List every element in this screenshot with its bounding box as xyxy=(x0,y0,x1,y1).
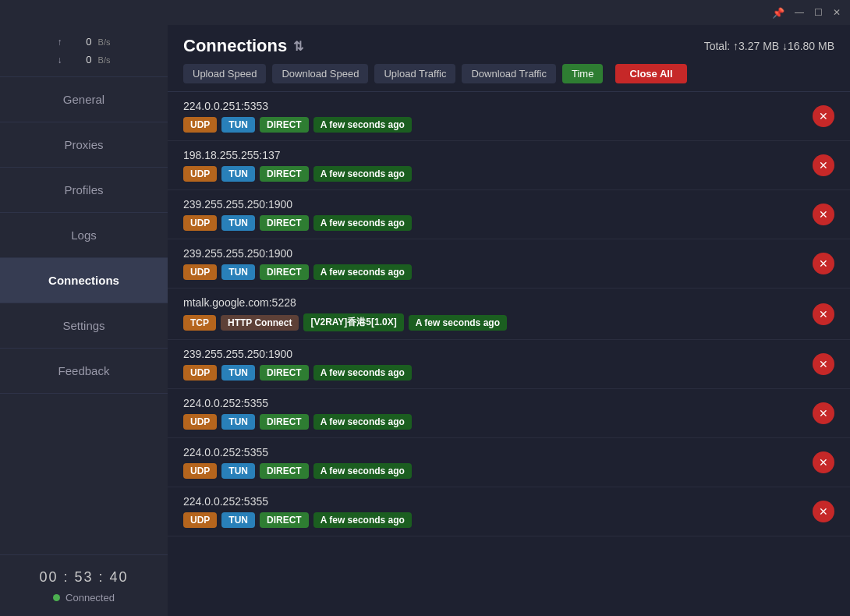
connection-info: 224.0.0.252:5355UDPTUNDIRECTA few second… xyxy=(183,397,803,430)
connection-close-button[interactable]: ✕ xyxy=(813,154,834,176)
tunnel-tag: TUN xyxy=(221,512,255,528)
download-value: 0 xyxy=(69,54,92,65)
time-tag: A few seconds ago xyxy=(313,117,412,133)
connection-status: Connected xyxy=(0,589,168,607)
download-unit: B/s xyxy=(98,55,111,65)
time-tag: A few seconds ago xyxy=(313,264,412,280)
connection-close-button[interactable]: ✕ xyxy=(813,105,834,127)
upload-value: 0 xyxy=(69,36,92,48)
connection-close-button[interactable]: ✕ xyxy=(813,303,834,325)
close-button[interactable]: ✕ xyxy=(830,5,844,19)
connection-host: 239.255.255.250:1900 xyxy=(183,247,803,260)
table-row: 224.0.0.251:5353UDPTUNDIRECTA few second… xyxy=(168,92,850,141)
upload-arrow: ↑ xyxy=(58,37,62,48)
sort-icon[interactable]: ⇅ xyxy=(293,39,303,54)
filter-upload-traffic[interactable]: Upload Traffic xyxy=(374,64,455,83)
table-row: 198.18.255.255:137UDPTUNDIRECTA few seco… xyxy=(168,141,850,190)
connection-tags: UDPTUNDIRECTA few seconds ago xyxy=(183,264,803,280)
connection-tags: UDPTUNDIRECTA few seconds ago xyxy=(183,463,803,479)
download-arrow: ↓ xyxy=(58,55,62,65)
time-tag: A few seconds ago xyxy=(313,414,412,430)
connection-info: 239.255.255.250:1900UDPTUNDIRECTA few se… xyxy=(183,198,803,231)
proxy-tag: DIRECT xyxy=(260,512,309,528)
connection-host: 224.0.0.252:5355 xyxy=(183,495,803,508)
connection-close-button[interactable]: ✕ xyxy=(813,501,834,522)
protocol-tag: UDP xyxy=(183,414,217,430)
protocol-tag: UDP xyxy=(183,117,217,133)
table-row: 224.0.0.252:5355UDPTUNDIRECTA few second… xyxy=(168,389,850,438)
table-row: 239.255.255.250:1900UDPTUNDIRECTA few se… xyxy=(168,239,850,289)
sidebar-item-connections[interactable]: Connections xyxy=(0,258,168,303)
connection-close-button[interactable]: ✕ xyxy=(813,204,834,225)
sidebar-item-settings[interactable]: Settings xyxy=(0,303,168,349)
connection-info: 239.255.255.250:1900UDPTUNDIRECTA few se… xyxy=(183,247,803,280)
total-info: Total: ↑3.27 MB ↓16.80 MB xyxy=(704,40,834,52)
filter-time[interactable]: Time xyxy=(562,64,603,83)
time-tag: A few seconds ago xyxy=(313,512,412,528)
tunnel-tag: HTTP Connect xyxy=(221,315,299,331)
connection-tags: UDPTUNDIRECTA few seconds ago xyxy=(183,117,803,133)
protocol-tag: UDP xyxy=(183,365,217,381)
time-tag: A few seconds ago xyxy=(313,365,412,381)
protocol-tag: UDP xyxy=(183,512,217,528)
connection-host: 239.255.255.250:1900 xyxy=(183,198,803,211)
sidebar-item-feedback[interactable]: Feedback xyxy=(0,349,168,394)
protocol-tag: UDP xyxy=(183,215,217,231)
clock: 00 : 53 : 40 xyxy=(0,565,168,589)
connection-info: 224.0.0.252:5355UDPTUNDIRECTA few second… xyxy=(183,495,803,528)
connection-info: mtalk.google.com:5228TCPHTTP Connect[V2R… xyxy=(183,296,803,331)
sidebar-item-general[interactable]: General xyxy=(0,77,168,122)
connection-info: 239.255.255.250:1900UDPTUNDIRECTA few se… xyxy=(183,348,803,381)
sidebar-item-profiles[interactable]: Profiles xyxy=(0,168,168,213)
protocol-tag: TCP xyxy=(183,315,216,331)
filter-download-speed[interactable]: Download Speed xyxy=(272,64,368,83)
time-tag: A few seconds ago xyxy=(409,315,507,331)
connection-tags: UDPTUNDIRECTA few seconds ago xyxy=(183,166,803,182)
connection-info: 224.0.0.252:5355UDPTUNDIRECTA few second… xyxy=(183,446,803,479)
protocol-tag: UDP xyxy=(183,463,217,479)
tunnel-tag: TUN xyxy=(221,414,255,430)
sidebar-item-logs[interactable]: Logs xyxy=(0,213,168,258)
sidebar-item-proxies[interactable]: Proxies xyxy=(0,122,168,168)
status-dot xyxy=(53,594,60,601)
tunnel-tag: TUN xyxy=(221,463,255,479)
protocol-tag: UDP xyxy=(183,264,217,280)
time-tag: A few seconds ago xyxy=(313,463,412,479)
status-label: Connected xyxy=(66,592,115,604)
connection-close-button[interactable]: ✕ xyxy=(813,353,834,375)
connection-close-button[interactable]: ✕ xyxy=(813,451,834,473)
proxy-tag: [V2RAY]香港5[1.0X] xyxy=(303,313,403,331)
close-all-button[interactable]: Close All xyxy=(615,64,686,83)
table-row: 239.255.255.250:1900UDPTUNDIRECTA few se… xyxy=(168,190,850,239)
maximize-button[interactable]: ☐ xyxy=(811,5,825,19)
header-filters: Upload SpeedDownload SpeedUpload Traffic… xyxy=(183,64,834,83)
filter-download-traffic[interactable]: Download Traffic xyxy=(462,64,556,83)
table-row: 224.0.0.252:5355UDPTUNDIRECTA few second… xyxy=(168,487,850,536)
proxy-tag: DIRECT xyxy=(260,215,309,231)
minimize-button[interactable]: — xyxy=(792,5,806,19)
connection-close-button[interactable]: ✕ xyxy=(813,402,834,424)
main-layout: ↑ 0 B/s ↓ 0 B/s GeneralProxiesProfilesLo… xyxy=(0,25,850,616)
connection-tags: UDPTUNDIRECTA few seconds ago xyxy=(183,365,803,381)
titlebar: 📌 — ☐ ✕ xyxy=(0,0,850,25)
connection-host: 198.18.255.255:137 xyxy=(183,149,803,161)
tunnel-tag: TUN xyxy=(221,365,255,381)
page-title-text: Connections xyxy=(183,36,287,56)
connection-tags: UDPTUNDIRECTA few seconds ago xyxy=(183,414,803,430)
connection-host: 224.0.0.252:5355 xyxy=(183,446,803,458)
filter-upload-speed[interactable]: Upload Speed xyxy=(183,64,266,83)
table-row: 224.0.0.252:5355UDPTUNDIRECTA few second… xyxy=(168,438,850,487)
table-row: 239.255.255.250:1900UDPTUNDIRECTA few se… xyxy=(168,340,850,389)
pin-icon[interactable]: 📌 xyxy=(772,7,784,19)
proxy-tag: DIRECT xyxy=(260,166,309,182)
sidebar-nav: GeneralProxiesProfilesLogsConnectionsSet… xyxy=(0,77,168,554)
upload-unit: B/s xyxy=(98,37,111,47)
connections-list: 224.0.0.251:5353UDPTUNDIRECTA few second… xyxy=(168,92,850,616)
connection-close-button[interactable]: ✕ xyxy=(813,253,834,274)
connection-tags: TCPHTTP Connect[V2RAY]香港5[1.0X]A few sec… xyxy=(183,313,803,331)
connection-host: 224.0.0.251:5353 xyxy=(183,100,803,112)
header-top: Connections ⇅ Total: ↑3.27 MB ↓16.80 MB xyxy=(183,36,834,56)
table-row: mtalk.google.com:5228TCPHTTP Connect[V2R… xyxy=(168,289,850,340)
proxy-tag: DIRECT xyxy=(260,365,309,381)
proxy-tag: DIRECT xyxy=(260,264,309,280)
